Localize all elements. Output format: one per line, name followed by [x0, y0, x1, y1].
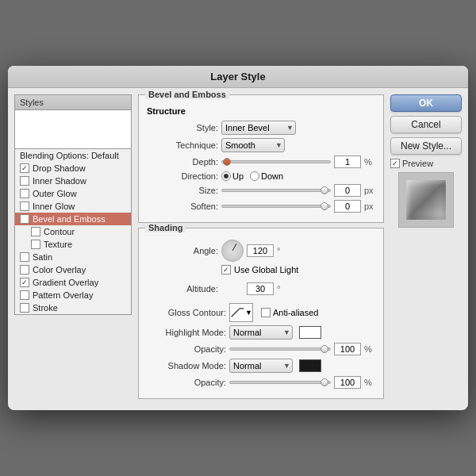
direction-label: Direction:: [147, 171, 218, 181]
style-select-wrapper: Inner Bevel Outer Bevel Emboss Pillow Em…: [221, 121, 296, 135]
cancel-button[interactable]: Cancel: [390, 116, 462, 133]
depth-thumb[interactable]: [223, 158, 231, 166]
soften-row: Soften: px: [147, 200, 375, 213]
gloss-contour-arrow-icon: ▼: [245, 309, 252, 317]
layer-style-dialog: Layer Style Styles Blending Options: Def…: [8, 66, 468, 410]
satin-checkbox[interactable]: [20, 252, 29, 262]
size-track[interactable]: [221, 189, 331, 192]
stroke-item[interactable]: Stroke: [15, 301, 131, 314]
pattern-overlay-item[interactable]: Pattern Overlay: [15, 289, 131, 301]
ok-button[interactable]: OK: [390, 94, 462, 112]
outer-glow-item[interactable]: Outer Glow: [15, 187, 131, 200]
style-label: Style:: [147, 123, 218, 132]
highlight-mode-row: Highlight Mode: Normal Multiply Screen ▼: [147, 325, 375, 340]
highlight-opacity-row: Opacity: %: [147, 343, 375, 355]
size-row: Size: px: [147, 184, 375, 197]
angle-dial[interactable]: [221, 240, 244, 262]
soften-unit: px: [364, 202, 375, 211]
texture-checkbox[interactable]: [31, 240, 40, 249]
texture-item[interactable]: Texture: [15, 238, 131, 251]
gloss-contour-row: Gloss Contour: ▼ Anti-aliased: [147, 303, 375, 322]
altitude-value[interactable]: [247, 282, 274, 295]
blending-options-item[interactable]: Blending Options: Default: [15, 149, 131, 162]
global-light-checkbox[interactable]: [221, 265, 231, 274]
satin-item[interactable]: Satin: [15, 251, 131, 263]
direction-up-label: Up: [232, 171, 244, 181]
stroke-checkbox[interactable]: [20, 303, 29, 313]
direction-down-item[interactable]: Down: [250, 171, 283, 181]
bevel-emboss-checkbox[interactable]: [20, 214, 29, 224]
highlight-opacity-slider[interactable]: [229, 347, 331, 351]
inner-shadow-label: Inner Shadow: [33, 176, 86, 186]
blending-options-label: Blending Options: Default: [20, 151, 119, 160]
inner-glow-checkbox[interactable]: [20, 202, 29, 211]
size-slider[interactable]: [221, 189, 331, 192]
soften-slider[interactable]: [221, 205, 331, 208]
color-overlay-checkbox[interactable]: [20, 265, 29, 274]
shadow-opacity-value[interactable]: [334, 376, 361, 389]
highlight-opacity-thumb[interactable]: [321, 345, 328, 353]
shadow-color-swatch[interactable]: [299, 359, 321, 372]
pattern-overlay-checkbox[interactable]: [20, 290, 29, 300]
shading-section-title: Shading: [145, 223, 186, 232]
preview-inner: [406, 180, 446, 220]
styles-header: Styles: [14, 94, 132, 109]
shadow-mode-select[interactable]: Normal Multiply Screen: [229, 359, 293, 373]
shadow-opacity-track[interactable]: [229, 381, 331, 384]
depth-value[interactable]: [334, 155, 361, 168]
middle-panel: Bevel and Emboss Structure Style: Inner …: [138, 94, 384, 404]
dialog-title: Layer Style: [8, 66, 468, 88]
direction-down-radio[interactable]: [250, 171, 259, 181]
styles-list[interactable]: [14, 109, 132, 149]
inner-shadow-checkbox[interactable]: [20, 176, 29, 186]
shadow-opacity-thumb[interactable]: [321, 378, 328, 386]
satin-label: Satin: [33, 252, 52, 262]
technique-select[interactable]: Smooth Chisel Hard Chisel Soft: [221, 138, 285, 152]
stroke-label: Stroke: [33, 303, 58, 313]
bevel-emboss-label: Bevel and Emboss: [33, 214, 106, 224]
inner-shadow-item[interactable]: Inner Shadow: [15, 175, 131, 187]
soften-track[interactable]: [221, 205, 331, 208]
new-style-button[interactable]: New Style...: [390, 137, 462, 155]
depth-slider[interactable]: [221, 160, 331, 163]
anti-alias-checkbox[interactable]: [261, 308, 271, 317]
texture-label: Texture: [44, 240, 72, 249]
highlight-opacity-track[interactable]: [229, 347, 331, 351]
depth-row: Depth: %: [147, 155, 375, 168]
direction-up-radio[interactable]: [221, 171, 231, 181]
soften-thumb[interactable]: [321, 202, 328, 210]
gradient-overlay-label: Gradient Overlay: [33, 278, 98, 287]
drop-shadow-checkbox[interactable]: [20, 163, 29, 173]
inner-glow-item[interactable]: Inner Glow: [15, 200, 131, 213]
direction-up-item[interactable]: Up: [221, 171, 244, 181]
color-overlay-label: Color Overlay: [33, 265, 86, 274]
color-overlay-item[interactable]: Color Overlay: [15, 263, 131, 276]
highlight-color-swatch[interactable]: [299, 326, 321, 339]
depth-track[interactable]: [221, 160, 331, 163]
gradient-overlay-checkbox[interactable]: [20, 278, 29, 287]
angle-line: [232, 244, 237, 251]
highlight-mode-select[interactable]: Normal Multiply Screen: [229, 325, 293, 340]
angle-value[interactable]: [247, 244, 274, 257]
size-value[interactable]: [334, 184, 361, 197]
contour-item[interactable]: Contour: [15, 225, 131, 238]
style-select[interactable]: Inner Bevel Outer Bevel Emboss Pillow Em…: [221, 121, 296, 135]
preview-checkbox[interactable]: [390, 159, 400, 168]
bevel-emboss-item[interactable]: Bevel and Emboss: [15, 213, 131, 225]
global-light-row: Use Global Light: [221, 265, 375, 274]
shadow-opacity-slider[interactable]: [229, 381, 331, 384]
gradient-overlay-item[interactable]: Gradient Overlay: [15, 276, 131, 289]
global-light-label: Use Global Light: [234, 265, 298, 274]
highlight-opacity-value[interactable]: [334, 343, 361, 355]
inner-glow-label: Inner Glow: [33, 202, 75, 211]
outer-glow-checkbox[interactable]: [20, 189, 29, 198]
size-thumb[interactable]: [321, 186, 328, 194]
contour-checkbox[interactable]: [31, 227, 40, 236]
drop-shadow-item[interactable]: Drop Shadow: [15, 162, 131, 175]
bevel-emboss-section: Bevel and Emboss Structure Style: Inner …: [138, 94, 384, 223]
gloss-contour-button[interactable]: ▼: [229, 303, 253, 322]
bevel-emboss-section-title: Bevel and Emboss: [145, 90, 229, 99]
soften-value[interactable]: [334, 200, 361, 213]
depth-label: Depth:: [147, 157, 218, 167]
altitude-spacer: [221, 278, 244, 300]
